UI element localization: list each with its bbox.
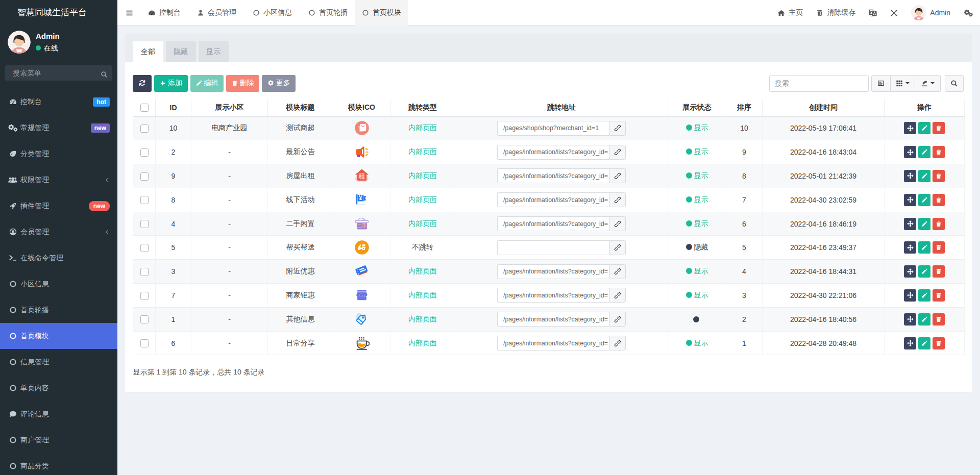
svg-text:¥: ¥ (359, 194, 362, 202)
svg-text:二手: 二手 (357, 223, 367, 229)
svg-text:租: 租 (358, 172, 365, 180)
